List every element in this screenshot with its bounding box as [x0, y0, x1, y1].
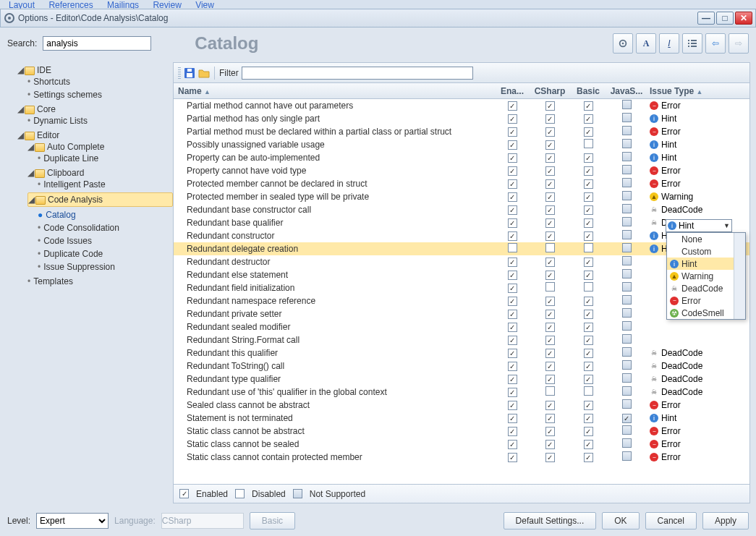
javascript-checkbox[interactable] [622, 243, 632, 252]
javascript-checkbox[interactable] [622, 451, 632, 461]
basic-checkbox[interactable] [584, 297, 593, 306]
table-row[interactable]: Property can be auto-implemented iHint [174, 151, 749, 164]
table-row[interactable]: Redundant field initialization [174, 281, 749, 294]
scrollbar[interactable] [734, 233, 745, 319]
tree-node-ide[interactable]: ◢IDE •Shortcuts •Settings schemes [17, 64, 173, 103]
cancel-button[interactable]: Cancel [645, 512, 697, 529]
javascript-checkbox[interactable] [622, 386, 632, 396]
csharp-checkbox[interactable] [545, 271, 555, 280]
basic-checkbox[interactable] [584, 375, 593, 384]
tree-item[interactable]: •Shortcuts [27, 75, 173, 88]
basic-checkbox[interactable] [584, 336, 593, 345]
open-folder-icon[interactable] [198, 67, 210, 79]
enabled-checkbox[interactable] [508, 166, 517, 176]
basic-checkbox[interactable] [584, 243, 593, 252]
table-row[interactable]: Static class cannot be abstract －Error [174, 425, 749, 438]
csharp-checkbox[interactable] [545, 386, 555, 396]
enabled-checkbox[interactable] [508, 362, 517, 371]
enabled-checkbox[interactable] [508, 101, 517, 111]
csharp-checkbox[interactable] [545, 258, 555, 267]
col-name[interactable]: Name ▲ [174, 86, 495, 96]
basic-checkbox[interactable] [584, 218, 593, 228]
table-row[interactable]: Static class cannot be sealed －Error [174, 438, 749, 451]
basic-checkbox[interactable] [584, 349, 593, 358]
csharp-checkbox[interactable] [545, 114, 555, 124]
enabled-checkbox[interactable] [508, 271, 517, 280]
basic-checkbox[interactable] [584, 231, 593, 241]
tree-item[interactable]: •Code Consolidation [38, 221, 173, 234]
tree-node-autocomplete[interactable]: ◢Auto Complete •Duplicate Line [27, 140, 173, 166]
javascript-checkbox[interactable] [622, 165, 632, 174]
table-row[interactable]: Sealed class cannot be abstract －Error [174, 399, 749, 412]
enabled-checkbox[interactable] [508, 375, 517, 384]
basic-checkbox[interactable] [584, 427, 593, 436]
enabled-checkbox[interactable] [508, 153, 517, 163]
csharp-checkbox[interactable] [545, 310, 555, 319]
enabled-checkbox[interactable] [508, 297, 517, 306]
enabled-checkbox[interactable] [508, 127, 517, 137]
tree-item[interactable]: •Code Issues [38, 234, 173, 247]
javascript-checkbox[interactable] [622, 217, 632, 226]
csharp-checkbox[interactable] [545, 323, 555, 332]
csharp-checkbox[interactable] [545, 362, 555, 371]
enabled-checkbox[interactable] [508, 192, 517, 202]
basic-checkbox[interactable] [584, 101, 593, 111]
csharp-checkbox[interactable] [545, 192, 555, 202]
csharp-checkbox[interactable] [545, 349, 555, 358]
table-row[interactable]: Redundant ToString() call ☠DeadCode [174, 360, 749, 373]
table-row[interactable]: Redundant this qualifier ☠DeadCode [174, 346, 749, 360]
basic-checkbox[interactable] [584, 153, 593, 163]
basic-checkbox[interactable] [584, 205, 593, 215]
apply-button[interactable]: Apply [702, 512, 749, 529]
menu-item[interactable]: Mailings [101, 0, 145, 9]
tree-item[interactable]: •Settings schemes [27, 88, 173, 101]
table-row[interactable]: Redundant private setter [174, 307, 749, 320]
issuetype-dropdown[interactable]: NoneCustomiHint▲Warning☠DeadCode－Error☢C… [666, 232, 746, 320]
enabled-checkbox[interactable] [508, 284, 517, 293]
tree-item[interactable]: •Duplicate Code [38, 247, 173, 260]
csharp-checkbox[interactable] [545, 179, 555, 189]
table-row[interactable]: Redundant namespace reference [174, 294, 749, 307]
tree-node-core[interactable]: ◢Core •Dynamic Lists [17, 103, 173, 129]
javascript-checkbox[interactable] [622, 373, 632, 383]
tree-node-clipboard[interactable]: ◢Clipboard •Intelligent Paste [27, 166, 173, 192]
table-row[interactable]: Redundant type qualifier ☠DeadCode [174, 373, 749, 386]
close-button[interactable]: ✕ [735, 12, 752, 25]
table-row[interactable]: Redundant constructor iHint [174, 229, 749, 242]
javascript-checkbox[interactable] [622, 414, 632, 423]
table-row[interactable]: Redundant sealed modifier [174, 320, 749, 333]
enabled-checkbox[interactable] [508, 218, 517, 228]
basic-checkbox[interactable] [584, 166, 593, 176]
csharp-checkbox[interactable] [545, 231, 555, 241]
tree-item[interactable]: •Duplicate Line [38, 152, 173, 165]
javascript-checkbox[interactable] [622, 308, 632, 318]
basic-checkbox[interactable] [584, 440, 593, 449]
col-csharp[interactable]: CSharp [530, 86, 570, 96]
javascript-checkbox[interactable] [622, 295, 632, 305]
issuetype-editor[interactable]: i Hint ▼ [666, 219, 732, 232]
csharp-checkbox[interactable] [545, 101, 555, 111]
tree-item[interactable]: •Issue Suppression [38, 260, 173, 273]
basic-checkbox[interactable] [584, 179, 593, 189]
basic-checkbox[interactable] [584, 310, 593, 319]
table-row[interactable]: Protected member in sealed type will be … [174, 190, 749, 203]
maximize-button[interactable]: □ [716, 12, 734, 25]
table-row[interactable]: Partial method has only single part iHin… [174, 112, 749, 125]
menu-item[interactable]: Review [147, 0, 187, 9]
enabled-checkbox[interactable] [508, 179, 517, 189]
basic-checkbox[interactable] [584, 401, 593, 410]
csharp-checkbox[interactable] [545, 401, 555, 410]
forward-button[interactable]: ⇨ [729, 33, 749, 54]
enabled-checkbox[interactable] [508, 243, 517, 252]
basic-checkbox[interactable] [584, 114, 593, 124]
csharp-checkbox[interactable] [545, 243, 555, 252]
tree-item-templates[interactable]: •Templates [27, 275, 173, 288]
table-row[interactable]: Property cannot have void type －Error [174, 164, 749, 177]
col-issuetype[interactable]: Issue Type ▲ [647, 86, 719, 96]
csharp-checkbox[interactable] [545, 440, 555, 449]
javascript-checkbox[interactable] [622, 438, 632, 448]
settings-button[interactable] [613, 33, 633, 54]
save-icon[interactable] [184, 67, 195, 79]
col-javascript[interactable]: JavaS... [606, 86, 647, 96]
csharp-checkbox[interactable] [545, 140, 555, 150]
